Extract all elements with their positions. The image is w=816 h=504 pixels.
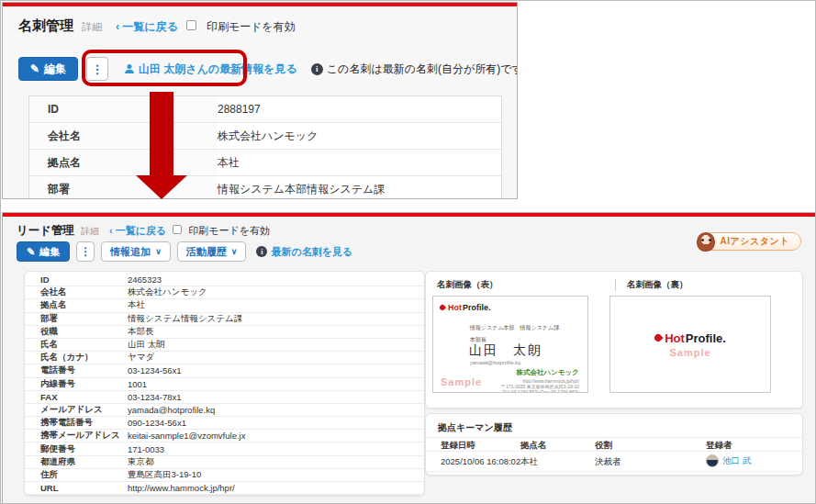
table-row: ID 2888197 bbox=[29, 96, 501, 123]
pencil-icon: ✎ bbox=[30, 62, 39, 75]
red-arrow-head bbox=[136, 175, 187, 199]
registrant-link[interactable]: 池口 武 bbox=[722, 455, 751, 467]
table-row: メールアドレスyamada@hotprofile.kq bbox=[25, 404, 424, 417]
card-tel-fax: Tel: 03-1234-567x Fax: 03-1234-567x bbox=[503, 389, 579, 393]
field-value: 1001 bbox=[128, 379, 147, 389]
field-value: 本部長 bbox=[128, 326, 154, 338]
table-row: 役職本部長 bbox=[25, 326, 424, 339]
page-subtitle: 詳細 bbox=[82, 20, 102, 34]
field-label: 会社名 bbox=[25, 286, 128, 298]
bottom-toolbar: ✎編集 ⋮ 情報追加∨ 活動履歴∨ i 最新の名刺を見る bbox=[17, 241, 352, 262]
top-toolbar: ✎編集 ⋮ 山田 太朗さんの最新情報を見る i この名刺は最新の名刺(自分が所有… bbox=[18, 57, 518, 81]
lead-panel: リード管理 詳細 ‹ 一覧に戻る 印刷モードを有効 ✎編集 ⋮ 情報追加∨ 活動… bbox=[2, 212, 816, 504]
field-value: 2465323 bbox=[128, 274, 162, 285]
registrant-cell: 池口 武 bbox=[706, 454, 751, 467]
hotprofile-logo: HotProfile. bbox=[654, 331, 726, 345]
field-value: 2888197 bbox=[218, 103, 261, 116]
table-row: 氏名山田 太朗 bbox=[25, 339, 424, 352]
sample-watermark: Sample bbox=[441, 376, 482, 387]
company-link[interactable]: 株式会社ハンモック bbox=[128, 286, 207, 298]
field-label: ID bbox=[29, 96, 218, 122]
table-row: 携帯メールアドレスkeitai-sanmple1@vzomvfule.jx bbox=[25, 430, 424, 442]
table-row: ID2465323 bbox=[25, 274, 424, 286]
site-link[interactable]: 本社 bbox=[218, 155, 240, 171]
field-value: 090-1234-56x1 bbox=[128, 418, 186, 428]
url-link[interactable]: http://www.hammock.jp/hpr/ bbox=[128, 483, 235, 493]
field-label: URL bbox=[25, 483, 128, 493]
field-label: 拠点名 bbox=[25, 299, 128, 311]
column-header: 役割 bbox=[595, 440, 612, 452]
back-to-list-link[interactable]: ‹ 一覧に戻る bbox=[116, 19, 178, 35]
registered-datetime: 2025/10/06 16:08:02 bbox=[441, 456, 520, 466]
column-header: 拠点名 bbox=[520, 440, 547, 452]
field-value: 東京都 bbox=[128, 456, 154, 468]
edit-button[interactable]: ✎編集 bbox=[17, 241, 70, 262]
red-arrow-shaft bbox=[150, 92, 173, 177]
latest-info-link[interactable]: 山田 太朗さんの最新情報を見る bbox=[124, 62, 297, 77]
screenshot-frame: 名刺管理 詳細 ‹ 一覧に戻る 印刷モードを有効 ✎編集 ⋮ 山田 太朗さんの最… bbox=[0, 0, 816, 504]
field-label: 住所 bbox=[25, 469, 128, 481]
table-row: 会社名株式会社ハンモック bbox=[25, 286, 424, 299]
ai-assistant-label: AIアシスタント bbox=[721, 235, 789, 248]
field-label: ID bbox=[25, 274, 128, 285]
ai-assistant-button[interactable]: AIアシスタント bbox=[703, 232, 801, 251]
lead-detail-table: ID2465323 会社名株式会社ハンモック 拠点名本社 部署情報システム情報シ… bbox=[24, 271, 425, 496]
business-card-back-image[interactable]: HotProfile. Sample bbox=[609, 296, 771, 393]
address-link[interactable]: 豊島区高田3-19-10 bbox=[128, 469, 201, 481]
field-label: FAX bbox=[25, 392, 128, 402]
table-row: 会社名 株式会社ハンモック bbox=[29, 123, 501, 150]
card-email: yamada@hotprofile.kq bbox=[470, 360, 520, 365]
field-label: 郵便番号 bbox=[25, 443, 128, 455]
table-row: 都道府県東京都 bbox=[25, 456, 424, 469]
field-label: 内線番号 bbox=[25, 378, 128, 390]
add-info-dropdown[interactable]: 情報追加∨ bbox=[101, 241, 171, 262]
field-value: 03-1234-56x1 bbox=[128, 365, 182, 375]
business-card-panel: 名刺管理 詳細 ‹ 一覧に戻る 印刷モードを有効 ✎編集 ⋮ 山田 太朗さんの最… bbox=[2, 2, 518, 199]
column-header: 登録者 bbox=[706, 440, 732, 452]
field-value: 03-1234-78x1 bbox=[128, 392, 182, 402]
bottom-accent-bar bbox=[3, 213, 815, 217]
field-label: メールアドレス bbox=[25, 404, 128, 416]
front-image-label: 名刺画像（表） bbox=[437, 279, 498, 291]
chevron-down-icon: ∨ bbox=[155, 247, 162, 256]
activity-history-dropdown[interactable]: 活動履歴∨ bbox=[177, 241, 247, 262]
business-card-front-image[interactable]: HotProfile. 情報システム本部 情報システム課 本部長 山田 太朗 y… bbox=[432, 296, 588, 393]
column-header: 登録日時 bbox=[441, 440, 475, 452]
field-label: 会社名 bbox=[29, 123, 218, 149]
field-label: 氏名 bbox=[25, 339, 128, 351]
company-link[interactable]: 株式会社ハンモック bbox=[218, 129, 318, 144]
pencil-icon: ✎ bbox=[27, 246, 35, 258]
field-label: 携帯電話番号 bbox=[25, 417, 128, 429]
latest-card-link[interactable]: 最新の名刺を見る bbox=[271, 245, 352, 259]
field-label: 電話番号 bbox=[25, 364, 128, 376]
print-mode-checkbox[interactable] bbox=[186, 20, 196, 30]
site-link[interactable]: 本社 bbox=[520, 456, 538, 468]
mobile-email-link[interactable]: keitai-sanmple1@vzomvfule.jx bbox=[128, 431, 245, 441]
top-accent-bar bbox=[3, 3, 517, 6]
chevron-down-icon: ∨ bbox=[231, 247, 238, 256]
back-chevron-icon: ‹ bbox=[116, 20, 119, 33]
page-subtitle: 詳細 bbox=[81, 225, 99, 238]
table-row: URLhttp://www.hammock.jp/hpr/ bbox=[25, 482, 424, 495]
person-icon bbox=[124, 63, 135, 74]
back-to-list-link[interactable]: ‹ 一覧に戻る bbox=[109, 224, 166, 238]
print-mode-label: 印刷モードを有効 bbox=[207, 19, 296, 35]
edit-button[interactable]: ✎編集 bbox=[18, 57, 78, 81]
print-mode-checkbox[interactable] bbox=[173, 225, 182, 234]
more-actions-button[interactable]: ⋮ bbox=[76, 241, 95, 262]
info-icon: i bbox=[256, 246, 267, 257]
more-actions-button[interactable]: ⋮ bbox=[86, 57, 108, 81]
card-division: 情報システム本部 情報システム課 bbox=[470, 324, 559, 332]
back-image-label: 名刺画像（裏） bbox=[615, 279, 688, 291]
table-row: 部署情報システム情報システム課 bbox=[25, 313, 424, 326]
field-label: 拠点名 bbox=[29, 150, 218, 175]
email-link[interactable]: yamada@hotprofile.kq bbox=[128, 405, 215, 415]
sample-watermark: Sample bbox=[669, 347, 710, 358]
keyman-history-title: 拠点キーマン履歴 bbox=[438, 421, 512, 434]
avatar bbox=[706, 454, 719, 467]
table-row: FAX03-1234-78x1 bbox=[25, 391, 424, 404]
role-value: 決裁者 bbox=[595, 456, 621, 468]
kebab-icon: ⋮ bbox=[80, 245, 91, 258]
site-link[interactable]: 本社 bbox=[128, 299, 145, 311]
field-label: 都道府県 bbox=[25, 456, 128, 468]
